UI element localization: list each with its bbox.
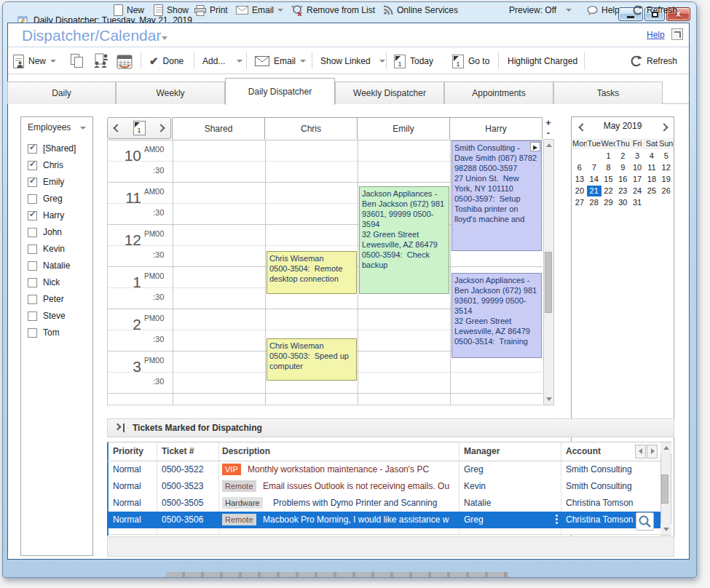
previous-day-icon[interactable] (113, 124, 121, 132)
mini-calendar-day[interactable]: 2 (615, 151, 630, 162)
employee-checkbox[interactable] (28, 311, 37, 321)
nav-today-icon[interactable]: 1 (133, 121, 146, 135)
open-help-panel-icon[interactable] (671, 28, 683, 40)
tickets-column-header-account[interactable]: Account (566, 446, 601, 456)
tickets-scroll-left-button[interactable] (635, 445, 646, 458)
assign-employees-button[interactable] (93, 52, 111, 70)
employee-item-nick[interactable]: Nick (28, 277, 60, 288)
tickets-panel-header[interactable]: Tickets Marked for Dispatching (107, 418, 674, 437)
tab-weekly-dispatcher[interactable]: Weekly Dispatcher (335, 82, 444, 104)
mini-calendar-day[interactable]: 7 (587, 162, 601, 173)
add-button[interactable]: Add... (202, 52, 242, 70)
mini-calendar-day[interactable]: 23 (615, 186, 630, 196)
ticket-row-selected[interactable]: Normal0500-3506RemoteMacbook Pro Morning… (107, 512, 660, 528)
mini-calendar-day[interactable]: 31 (630, 197, 644, 208)
show-linked-button[interactable]: Show Linked (320, 52, 385, 70)
scheduler-column-header-shared[interactable]: Shared (172, 117, 265, 140)
mini-calendar-day[interactable]: 25 (644, 186, 659, 196)
tickets-scrollbar[interactable] (660, 442, 671, 536)
mini-calendar-day[interactable]: 6 (572, 162, 587, 173)
mini-calendar-day[interactable]: 5 (659, 151, 674, 162)
ticket-email-button[interactable]: Email (236, 4, 283, 17)
done-button[interactable]: ✔ Done (149, 52, 184, 70)
ticket-row[interactable]: Normal0500-3523RemoteEmail issues Outloo… (107, 478, 660, 495)
ticket-refresh-button[interactable]: Refresh (633, 4, 677, 17)
highlight-charged-button[interactable]: Highlight Charged (508, 52, 577, 70)
tickets-scroll-up-button[interactable] (660, 442, 671, 453)
employee-checkbox[interactable] (28, 194, 37, 204)
next-day-icon[interactable] (157, 124, 165, 132)
preview-toggle[interactable]: Preview: Off (509, 4, 572, 17)
calendar-event[interactable]: Chris Wiseman 0500-3503: Speed up comput… (267, 338, 357, 381)
employees-caret-icon[interactable] (80, 127, 86, 130)
refresh-button[interactable]: Refresh (631, 52, 677, 70)
calendar-event[interactable]: Jackson Appliances - Ben Jackson (672) 9… (451, 273, 542, 358)
employee-checkbox[interactable] (28, 328, 37, 338)
scheduler-scroll-thumb[interactable] (545, 252, 552, 313)
mini-calendar-day[interactable]: 18 (644, 174, 659, 185)
tab-weekly[interactable]: Weekly (116, 82, 225, 104)
mini-calendar-day[interactable]: 28 (587, 197, 601, 208)
row-search-button[interactable] (636, 512, 654, 531)
mini-calendar-day-selected[interactable]: 21 (587, 186, 601, 196)
tickets-column-header-manager[interactable]: Manager (464, 446, 500, 456)
tickets-scroll-thumb[interactable] (661, 474, 668, 504)
ticket-new-button[interactable]: New (114, 4, 144, 17)
mini-calendar-day[interactable]: 22 (601, 186, 616, 196)
employees-panel-title[interactable]: Employees (28, 122, 71, 132)
employee-checkbox[interactable] (28, 144, 37, 154)
mini-calendar-day[interactable]: 27 (572, 197, 587, 208)
copy-button[interactable] (71, 52, 84, 70)
employee-item-john[interactable]: John (28, 226, 62, 238)
mini-calendar-day[interactable]: 19 (659, 174, 674, 185)
employee-item-tom[interactable]: Tom (28, 327, 60, 338)
scroll-up-button[interactable] (544, 140, 553, 151)
ticket-row[interactable]: Normal0500-3522VIPMonthly workstation ma… (107, 461, 660, 478)
employee-checkbox[interactable] (28, 161, 37, 170)
employee-item-shared[interactable]: [Shared] (28, 143, 76, 154)
calendar-event[interactable]: Chris Wiseman 0500-3504: Remote desktop … (267, 251, 357, 294)
row-options-kebab-icon[interactable] (556, 514, 559, 525)
mini-calendar-day[interactable]: 16 (615, 174, 630, 185)
employee-item-chris[interactable]: Chris (28, 159, 63, 171)
employee-item-steve[interactable]: Steve (28, 310, 66, 322)
tickets-column-header-description[interactable]: Description (222, 446, 270, 456)
mini-calendar-day[interactable]: 9 (615, 162, 630, 173)
employee-item-kevin[interactable]: Kevin (28, 243, 65, 255)
tickets-column-header-ticket[interactable]: Ticket # (162, 446, 194, 456)
employee-checkbox[interactable] (28, 178, 37, 187)
page-title-caret-icon[interactable] (162, 36, 167, 40)
mini-calendar-day[interactable]: 30 (615, 197, 630, 208)
scroll-down-button[interactable] (544, 394, 553, 405)
scheduler-scrollbar[interactable] (543, 139, 554, 405)
goto-button[interactable]: 1 Go to (452, 52, 489, 70)
mini-calendar-day[interactable]: 10 (630, 162, 644, 173)
zoom-out-button[interactable]: - (543, 129, 553, 138)
calendar-event[interactable]: Smith Consulting - Dave Smith (087) 8782… (451, 140, 542, 251)
employee-checkbox[interactable] (28, 228, 37, 237)
employee-checkbox[interactable] (28, 295, 37, 304)
today-button[interactable]: 1 Today (394, 52, 433, 70)
mini-calendar-day[interactable]: 29 (601, 197, 616, 208)
ticket-show-button[interactable]: Show (154, 4, 189, 17)
employee-checkbox[interactable] (28, 278, 37, 287)
email-button[interactable]: Email (255, 52, 306, 70)
mini-calendar-day[interactable]: 12 (659, 162, 674, 173)
employee-item-peter[interactable]: Peter (28, 293, 64, 305)
employee-item-harry[interactable]: Harry (28, 210, 64, 221)
tickets-scroll-down-button[interactable] (660, 524, 671, 535)
scheduler-column-header-emily[interactable]: Emily (357, 117, 450, 140)
mini-calendar-day[interactable]: 20 (572, 186, 587, 196)
mini-calendar-day[interactable]: 26 (659, 186, 674, 196)
scheduler-column-header-chris[interactable]: Chris (264, 117, 358, 140)
ticket-help-button[interactable]: Help (587, 4, 620, 17)
mini-calendar-day[interactable]: 11 (644, 162, 659, 173)
online-services-button[interactable]: Online Services (383, 4, 458, 17)
ticket-row[interactable]: Normal0500-3505HardwareProblems with Dym… (107, 495, 660, 512)
tickets-scroll-right-button[interactable] (647, 445, 658, 458)
mini-calendar-day[interactable]: 3 (630, 151, 644, 162)
mini-calendar-day[interactable]: 15 (601, 174, 616, 185)
tab-daily-dispatcher[interactable]: Daily Dispatcher (225, 78, 335, 105)
employee-item-emily[interactable]: Emily (28, 176, 64, 188)
employee-checkbox[interactable] (28, 245, 37, 254)
